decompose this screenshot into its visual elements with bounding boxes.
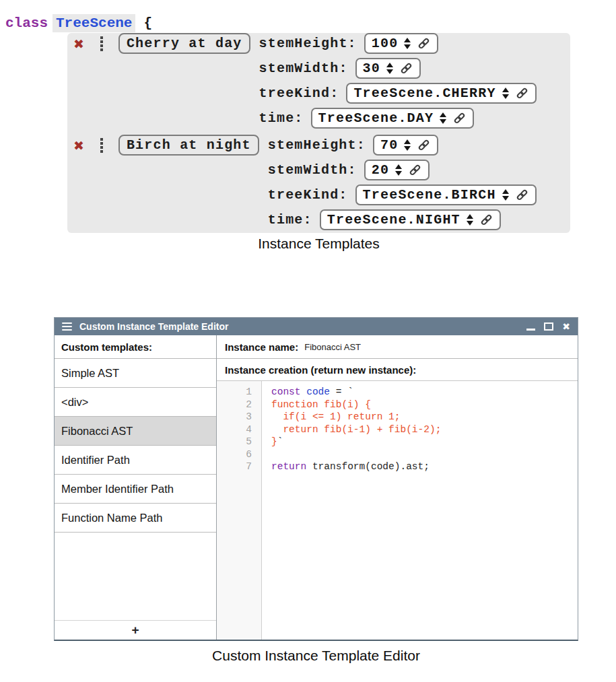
line-number: 7 <box>217 461 252 473</box>
spinner-icon[interactable] <box>386 63 393 74</box>
param-value-box[interactable]: 20 <box>364 160 430 180</box>
param-label: stemWidth: <box>259 61 348 76</box>
param-value[interactable]: TreeScene.NIGHT <box>327 212 460 228</box>
param-value-box[interactable]: TreeScene.CHERRY <box>346 83 536 104</box>
code-token: = ` <box>330 386 353 397</box>
spinner-down-arrow[interactable] <box>404 44 411 49</box>
template-name-box[interactable]: Cherry at day <box>118 33 250 54</box>
link-icon[interactable] <box>399 61 413 75</box>
drag-handle-icon[interactable] <box>100 36 103 51</box>
link-icon[interactable] <box>515 188 529 202</box>
param-value[interactable]: TreeScene.BIRCH <box>363 187 496 203</box>
sidebar-item[interactable]: Identifier Path <box>55 446 216 475</box>
code-token: return <box>271 461 306 472</box>
spinner-down-arrow[interactable] <box>404 146 411 151</box>
instance-templates-panel: ✖Cherry at daystemHeight:100stemWidth:30… <box>67 33 570 233</box>
close-button[interactable]: ✖ <box>562 322 570 331</box>
spinner-icon[interactable] <box>395 164 402 176</box>
spinner-down-arrow[interactable] <box>502 196 509 201</box>
sidebar-item[interactable]: Simple AST <box>55 359 216 388</box>
spinner-up-arrow[interactable] <box>502 88 509 92</box>
param-value-box[interactable]: 30 <box>355 58 421 79</box>
sidebar-item[interactable]: Fibonacci AST <box>55 417 216 446</box>
template-controls: ✖ <box>67 135 118 156</box>
instance-name-row: Instance name: Fibonacci AST <box>217 335 578 359</box>
add-template-button[interactable]: + <box>55 620 216 640</box>
param-value-box[interactable]: TreeScene.NIGHT <box>320 209 501 230</box>
code-token: function fib(i) { <box>271 399 371 410</box>
param-value[interactable]: 100 <box>372 36 399 51</box>
param-value-box[interactable]: TreeScene.BIRCH <box>355 184 537 205</box>
param-value[interactable]: 70 <box>380 137 398 153</box>
spinner-up-arrow[interactable] <box>386 63 393 67</box>
class-keyword: class <box>5 15 48 31</box>
code-line: function fib(i) { <box>271 399 578 411</box>
drag-handle-icon[interactable] <box>100 138 103 153</box>
template-controls: ✖ <box>67 33 118 55</box>
minimize-button[interactable] <box>526 329 535 331</box>
param-value[interactable]: TreeScene.CHERRY <box>353 86 495 101</box>
spinner-icon[interactable] <box>404 139 411 151</box>
param-value[interactable]: 30 <box>363 61 380 76</box>
template-name-box[interactable]: Birch at night <box>118 135 259 156</box>
code-editor[interactable]: 1234567 const code = `function fib(i) { … <box>217 381 578 640</box>
code-token: const <box>271 386 301 397</box>
param-value-box[interactable]: 70 <box>373 135 438 156</box>
spinner-down-arrow[interactable] <box>386 69 393 74</box>
link-icon[interactable] <box>417 36 431 50</box>
instance-templates-caption: Instance Templates <box>67 236 570 252</box>
sidebar-item[interactable]: Function Name Path <box>55 504 216 533</box>
instance-creation-row: Instance creation (return new instance): <box>217 359 578 381</box>
delete-template-button[interactable]: ✖ <box>73 139 84 152</box>
window-body: Custom templates: Simple AST<div>Fibonac… <box>55 335 578 640</box>
instance-name-value[interactable]: Fibonacci AST <box>304 342 361 352</box>
param-value[interactable]: 20 <box>372 162 389 178</box>
spinner-down-arrow[interactable] <box>440 119 446 124</box>
screenshot-root: classTreeScene{ ✖Cherry at daystemHeight… <box>0 0 616 682</box>
plus-icon: + <box>131 623 139 638</box>
param-row: stemHeight:100 <box>259 33 537 54</box>
param-row: stemHeight:70 <box>268 135 537 156</box>
link-icon[interactable] <box>452 111 467 125</box>
spinner-down-arrow[interactable] <box>395 171 402 176</box>
spinner-icon[interactable] <box>440 112 446 124</box>
spinner-up-arrow[interactable] <box>502 189 509 194</box>
param-label: stemHeight: <box>268 137 366 153</box>
spinner-up-arrow[interactable] <box>467 214 473 219</box>
sidebar-header: Custom templates: <box>55 335 216 359</box>
sidebar-item[interactable]: <div> <box>55 388 216 417</box>
line-number: 1 <box>217 386 252 399</box>
code-text-area[interactable]: const code = `function fib(i) { if(i <= … <box>262 381 578 640</box>
spinner-icon[interactable] <box>467 214 473 226</box>
spinner-up-arrow[interactable] <box>395 164 402 169</box>
link-icon[interactable] <box>408 163 422 177</box>
maximize-button[interactable] <box>544 322 553 331</box>
delete-template-button[interactable]: ✖ <box>73 38 84 50</box>
spinner-icon[interactable] <box>502 88 509 99</box>
spinner-up-arrow[interactable] <box>440 112 446 117</box>
spinner-up-arrow[interactable] <box>404 139 411 144</box>
menu-icon[interactable] <box>62 322 72 331</box>
param-value-box[interactable]: TreeScene.DAY <box>311 108 475 129</box>
code-line: const code = ` <box>271 386 578 399</box>
link-icon[interactable] <box>417 138 431 152</box>
link-icon[interactable] <box>479 213 493 227</box>
param-row: stemWidth:30 <box>259 58 537 79</box>
instance-creation-label: Instance creation (return new instance): <box>225 364 416 376</box>
line-number: 6 <box>217 448 252 461</box>
spinner-up-arrow[interactable] <box>404 38 411 42</box>
spinner-icon[interactable] <box>404 38 411 49</box>
spinner-down-arrow[interactable] <box>502 94 509 99</box>
window-titlebar[interactable]: Custom Instance Template Editor ✖ <box>55 318 578 335</box>
spinner-icon[interactable] <box>502 189 509 201</box>
param-value[interactable]: TreeScene.DAY <box>318 110 434 126</box>
param-value-box[interactable]: 100 <box>364 33 439 54</box>
code-token <box>301 386 307 397</box>
line-number: 4 <box>217 423 252 436</box>
param-label: treeKind: <box>259 86 339 101</box>
link-icon[interactable] <box>515 86 529 100</box>
class-name[interactable]: TreeScene <box>53 14 135 32</box>
spinner-down-arrow[interactable] <box>467 221 473 226</box>
template-params: stemHeight:100stemWidth:30treeKind:TreeS… <box>259 33 537 129</box>
sidebar-item[interactable]: Member Identifier Path <box>55 475 216 504</box>
